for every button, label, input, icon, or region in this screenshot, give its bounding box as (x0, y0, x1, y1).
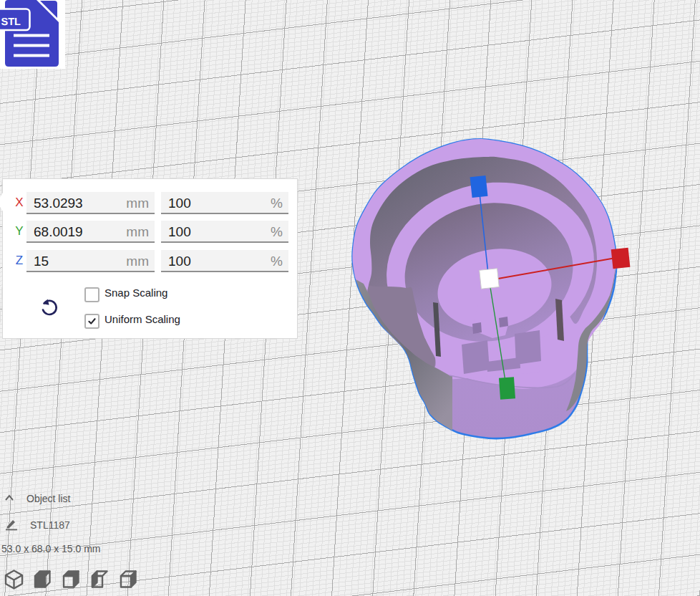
svg-text:STL: STL (1, 16, 21, 28)
